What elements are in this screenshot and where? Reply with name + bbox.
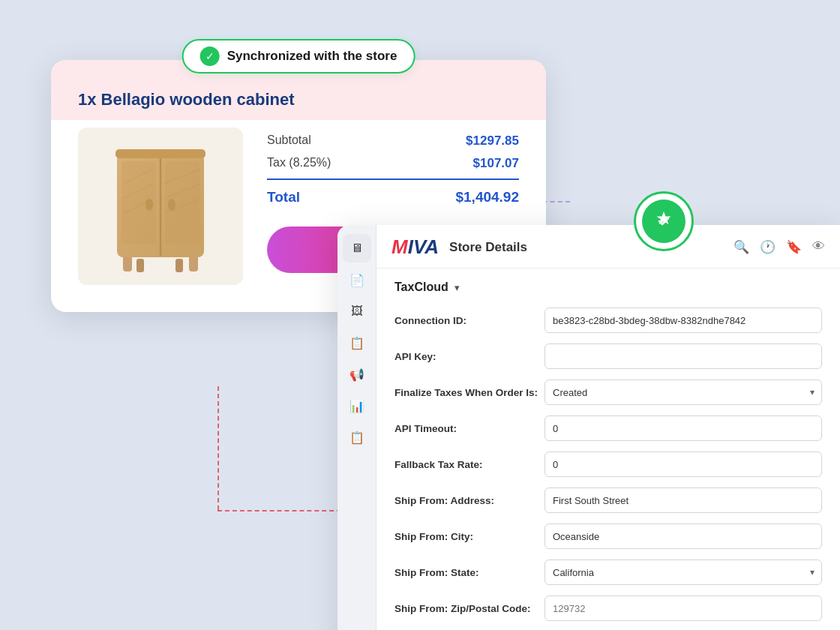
store-header-icons: 🔍 🕐 🔖 👁: [734, 239, 825, 255]
form-row-6: Ship From: City:: [394, 524, 822, 549]
sidebar-icon-analytics[interactable]: 📊: [343, 392, 371, 420]
form-input-5[interactable]: [544, 488, 822, 513]
store-sidebar: 🖥 📄 🖼 📋 📢 📊 📋: [338, 225, 376, 630]
sync-badge-text: Synchronized with the store: [227, 49, 398, 64]
form-input-1[interactable]: [544, 344, 822, 369]
svg-rect-0: [123, 255, 132, 272]
product-title: 1x Bellagio wooden cabinet: [78, 84, 519, 110]
svg-rect-3: [176, 259, 183, 272]
sidebar-icon-store[interactable]: 🖥: [343, 234, 371, 262]
form-input-8[interactable]: [544, 596, 822, 621]
sidebar-icon-marketing[interactable]: 📢: [343, 360, 371, 388]
form-row-3: API Timeout:: [394, 416, 822, 441]
form-input-4[interactable]: [544, 452, 822, 477]
svg-rect-2: [136, 259, 144, 272]
form-fields: Connection ID:API Key:Finalize Taxes Whe…: [394, 308, 822, 621]
connector-line-vertical: [218, 386, 219, 510]
connector-line-horizontal-red: [218, 510, 356, 512]
store-header: MIVA Store Details 🔍 🕐 🔖 👁: [376, 225, 840, 268]
verified-badge: [634, 191, 694, 251]
form-label-3: API Timeout:: [394, 423, 544, 434]
form-select-2[interactable]: CreatedShippedCompleted: [544, 380, 822, 405]
store-main: MIVA Store Details 🔍 🕐 🔖 👁 TaxCloud ▾ Co…: [376, 225, 840, 630]
search-icon[interactable]: 🔍: [734, 239, 749, 255]
form-row-1: API Key:: [394, 344, 822, 369]
form-label-2: Finalize Taxes When Order Is:: [394, 387, 544, 398]
tax-value: $107.07: [473, 156, 519, 171]
form-label-0: Connection ID:: [394, 315, 544, 326]
store-content: TaxCloud ▾ Connection ID:API Key:Finaliz…: [376, 268, 840, 630]
sidebar-icon-media[interactable]: 🖼: [343, 297, 371, 326]
taxcloud-section-header: TaxCloud ▾: [394, 280, 822, 294]
sync-check-icon: ✓: [200, 46, 220, 66]
miva-logo: MIVA: [392, 236, 439, 259]
form-label-1: API Key:: [394, 351, 544, 362]
form-label-6: Ship From: City:: [394, 531, 544, 542]
form-input-0[interactable]: [544, 308, 822, 333]
taxcloud-label: TaxCloud: [394, 280, 448, 294]
form-row-2: Finalize Taxes When Order Is:CreatedShip…: [394, 380, 822, 405]
form-row-5: Ship From: Address:: [394, 488, 822, 513]
tax-label: Tax (8.25%): [267, 156, 331, 171]
total-label: Total: [267, 189, 300, 206]
store-header-left: MIVA Store Details: [392, 236, 527, 259]
cabinet-svg: [100, 139, 220, 274]
form-label-7: Ship From: State:: [394, 567, 544, 578]
taxcloud-chevron-icon[interactable]: ▾: [454, 282, 460, 293]
miva-logo-iva: IVA: [408, 236, 439, 258]
subtotal-label: Subtotal: [267, 134, 311, 148]
form-label-5: Ship From: Address:: [394, 495, 544, 506]
store-panel: 🖥 📄 🖼 📋 📢 📊 📋 MIVA Store Details 🔍 🕐 🔖 👁: [338, 225, 840, 630]
form-input-6[interactable]: [544, 524, 822, 549]
sidebar-icon-pages[interactable]: 📄: [343, 266, 371, 294]
svg-rect-1: [189, 255, 198, 272]
subtotal-value: $1297.85: [466, 134, 519, 148]
total-row: Total $1,404.92: [267, 178, 519, 206]
form-select-7[interactable]: CaliforniaNew YorkTexas: [544, 560, 822, 585]
tax-row: Tax (8.25%) $107.07: [267, 156, 519, 171]
product-image: [78, 128, 243, 285]
form-row-0: Connection ID:: [394, 308, 822, 333]
svg-point-10: [168, 199, 176, 211]
bookmark-icon[interactable]: 🔖: [786, 239, 802, 255]
history-icon[interactable]: 🕐: [760, 239, 776, 255]
svg-rect-11: [116, 149, 206, 158]
form-label-8: Ship From: Zip/Postal Code:: [394, 603, 544, 614]
miva-logo-m: M: [392, 236, 408, 258]
select-wrap-2: CreatedShippedCompleted▾: [544, 380, 822, 405]
preview-icon[interactable]: 👁: [812, 239, 825, 255]
store-details-label: Store Details: [449, 240, 527, 255]
sidebar-icon-reports[interactable]: 📋: [343, 423, 371, 452]
form-row-4: Fallback Tax Rate:: [394, 452, 822, 477]
form-input-3[interactable]: [544, 416, 822, 441]
form-row-8: Ship From: Zip/Postal Code:: [394, 596, 822, 621]
sync-badge: ✓ Synchronized with the store: [182, 39, 416, 74]
form-row-7: Ship From: State:CaliforniaNew YorkTexas…: [394, 560, 822, 585]
select-wrap-7: CaliforniaNew YorkTexas▾: [544, 560, 822, 585]
form-label-4: Fallback Tax Rate:: [394, 459, 544, 470]
sidebar-icon-orders[interactable]: 📋: [343, 328, 371, 357]
subtotal-row: Subtotal $1297.85: [267, 134, 519, 148]
total-value: $1,404.92: [455, 189, 519, 206]
